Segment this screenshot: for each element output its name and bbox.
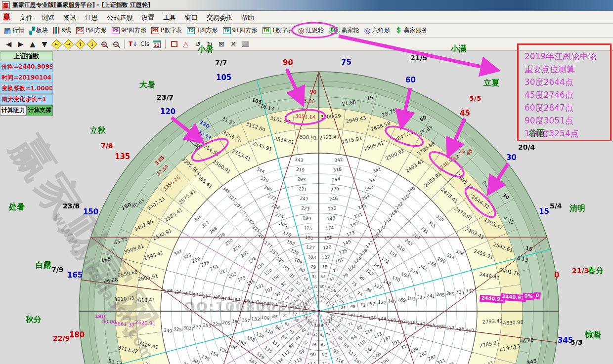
tool-button-arrow-right[interactable]: ▶ [15,39,27,49]
tool-button-presentation[interactable] [239,39,251,49]
toolbar-label-hexagon: 六角形 [372,26,390,35]
calc-support-button[interactable]: 计算支撑 [27,105,53,116]
tool-button-cls-clear[interactable]: Cls [139,39,151,49]
toolbar-button-p-number-table[interactable]: PNP数字表 [149,25,185,36]
annotation-line-1: 重要点位测算 [525,63,610,76]
toolbar-button-9p-square[interactable]: P99P四方形 [110,25,149,36]
wheel-degree-label-105: 105 [216,73,231,82]
tool-button-arrow-left[interactable]: ◀ [3,39,15,49]
toolbar-label-kline: K线 [61,26,71,35]
tool-button-center-view[interactable]: ✕ [227,39,239,49]
wheel-degree-label-120: 120 [160,107,175,116]
annotation-line-5: 90度3051点 [525,114,610,127]
toolbar-button-winner-service[interactable]: ＄赢家服务 [393,25,431,36]
toolbar-button-hexagon[interactable]: ◎六角形 [362,25,393,36]
toolbar-sectors-icon: ▞ [29,27,35,35]
tool-button-pointer-up[interactable]: ▲ [27,39,39,49]
solar-term-date-5/4: 5/4 [550,202,562,210]
toolbar-label-9t-square: 9T四方形 [232,26,258,35]
move-up-icon: ↑ [75,39,85,49]
menu-item-window[interactable]: 窗口 [180,12,202,23]
menu-item-settings[interactable]: 设置 [137,12,159,23]
solar-term-date-20/4: 20/4 [518,143,535,151]
tool-button-move-up[interactable]: ↑ [74,39,86,49]
move-left-icon: ← [51,39,61,49]
solar-term-date-22/9: 22/9 [53,334,70,342]
panel-row-1: 时间=20190104 [0,73,53,83]
tool-button-zoom-in[interactable]: + [98,39,110,49]
solar-term-date-21/3: 21/3 [572,267,589,275]
toolbar-label-winner-wheel: 赢家轮 [342,26,359,35]
menu-item-trade-entrust[interactable]: 交易委托 [202,12,237,23]
wheel-degree-label-60: 60 [405,76,416,84]
toolbar-t-number-table-icon: TN [263,27,270,34]
wheel-degree-label-135: 135 [115,152,130,161]
toolbar-gann-wheel-icon: ◎ [298,26,305,35]
wheel-degree-label-15: 15 [539,207,549,216]
toolbar-kline-icon [53,27,60,34]
menu-item-file[interactable]: 文件 [15,12,37,23]
toolbar-label-quotes: 行情 [12,26,24,35]
tool-button-move-down[interactable]: ↓ [86,39,98,49]
toolbar-label-t-square: T四方形 [196,26,218,35]
menu-item-browse[interactable]: 浏览 [37,12,59,23]
solar-term-大暑: 大暑 [139,80,155,90]
toolbar-separator [124,40,125,48]
solar-term-date-7/9: 7/9 [51,266,64,274]
solar-term-立夏: 立夏 [483,78,499,88]
menu-item-tools[interactable]: 工具 [159,12,180,23]
toolbar-button-gann-wheel[interactable]: ◎江恩轮 [296,25,327,36]
annotation-line-4: 60度2847点 [525,101,610,114]
tool-button-calendar[interactable]: 21 [151,39,163,49]
solar-term-date-23/8: 23/8 [63,202,80,210]
wheel-degree-label-75: 75 [341,58,351,67]
toolbar-button-t-square[interactable]: TST四方形 [185,25,220,36]
panel-row-3: 周天变化步长=1 [0,94,53,105]
application-window: 赢 赢家江恩专业版[赢家服务平台] - [上证指数 江恩轮] 赢 文件浏览资讯江… [0,0,613,364]
move-right-icon: → [63,39,73,49]
tool-button-move-right[interactable]: → [62,39,74,49]
instrument-panel: 上证指数 价格=2440.9099时间=20190104变换系数=1.00000… [0,51,53,116]
instrument-title: 上证指数 [0,51,53,61]
wheel-degree-label-165: 165 [67,271,83,280]
annotation-line-6: 120度3254点 [525,127,610,140]
presentation-icon [242,41,249,47]
zoom-in-icon: + [101,41,107,47]
toolbar-button-kline[interactable]: K线 [51,25,74,36]
solar-term-白露: 白露 [36,260,51,271]
tool-button-move-left[interactable]: ← [50,39,62,49]
wheel-degree-label-0: 0 [554,271,559,280]
tool-button-rect-tool[interactable] [168,39,180,49]
menu-bar: 赢 文件浏览资讯江恩公式选股设置工具窗口交易委托帮助 [0,11,613,24]
toolbar-button-quotes[interactable]: ▦行情 [2,25,27,36]
app-logo-icon: 赢 [2,1,10,9]
solar-term-处暑: 处暑 [9,202,25,212]
toolbar-label-t-number-table: T数字表 [272,26,293,35]
toolbar-button-9t-square[interactable]: T99T四方形 [221,25,261,36]
toolbar-separator [165,40,166,48]
main-toolbar: ▦行情▞板块K线PSP四方形P99P四方形PNP数字表TST四方形T99T四方形… [0,24,613,38]
calendar-icon: 21 [153,40,161,48]
tool-button-fit-box[interactable]: ⊠ [216,39,227,49]
wheel-degree-label-180: 180 [69,330,85,339]
menu-item-news[interactable]: 资讯 [59,12,81,23]
solar-term-春分: 春分 [588,266,604,276]
panel-row-0: 价格=2440.9099 [0,62,53,72]
tool-button-triangle-tool[interactable]: △ [180,39,192,49]
toolbar-button-t-number-table[interactable]: TNT数字表 [261,25,296,36]
toolbar-button-sectors[interactable]: ▞板块 [27,25,51,36]
menu-item-formula-pick[interactable]: 公式选股 [102,12,137,23]
solar-term-清明: 清明 [569,203,585,214]
toolbar-button-winner-wheel[interactable]: Big赢家轮 [327,25,362,36]
toolbar-9p-square-icon: P9 [112,27,120,34]
toolbar-label-gann-wheel: 江恩轮 [306,26,324,35]
toolbar-button-p-square[interactable]: PSP四方形 [74,25,110,36]
tool-button-price-time[interactable]: T↓ [127,39,139,49]
tool-button-zoom-out[interactable]: − [110,39,122,49]
tool-button-pointer-down[interactable]: ▼ [39,39,50,49]
menu-item-help[interactable]: 帮助 [237,12,259,23]
toolbar-winner-wheel-icon: Big [329,27,340,34]
toolbar-label-9p-square: 9P四方形 [121,26,146,35]
menu-item-gann[interactable]: 江恩 [81,12,102,23]
calc-resistance-button[interactable]: 计算阻力 [0,105,27,116]
